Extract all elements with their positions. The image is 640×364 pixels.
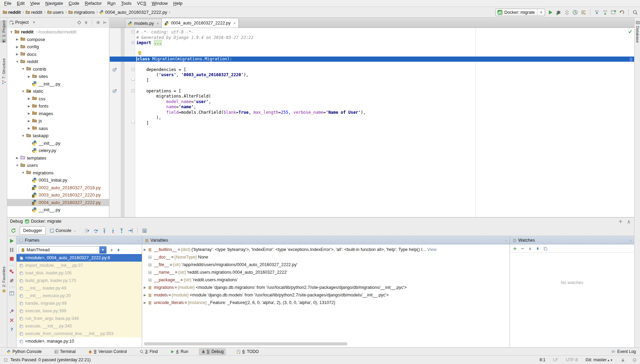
tree-expander-icon[interactable]: ▶ (27, 75, 31, 78)
tree-expander-icon[interactable]: ▶ (27, 119, 31, 123)
tool-stripe-favorites[interactable]: 2: Favorites (0, 266, 7, 293)
code-line[interactable]: ('users', '0003_auto_20160327_2220'), (110, 72, 634, 78)
toolwindow-button-python-console[interactable]: Python Console (5, 348, 43, 355)
tree-item-reddit[interactable]: ▼reddit (7, 58, 109, 65)
gear-icon[interactable] (96, 20, 100, 24)
breadcrumb-item[interactable]: 0004_auto_20160327_2222.py (99, 10, 167, 15)
tree-item--init-py[interactable]: __init__.py (7, 206, 109, 214)
tree-item-taskapp[interactable]: ▼taskapp (7, 132, 109, 140)
tree-expander-icon[interactable]: ▶ (27, 127, 31, 130)
tool-stripe-database[interactable]: Database (634, 20, 640, 43)
tree-expander-icon[interactable]: ▶ (27, 112, 31, 115)
variable-expander-icon[interactable]: ▶ (142, 248, 148, 251)
step-out-icon[interactable] (119, 228, 125, 233)
view-breakpoints-icon[interactable] (9, 269, 14, 274)
frame-row[interactable]: __init__, loader.py:49 (17, 284, 142, 292)
code-line[interactable]: dependencies = [ (110, 67, 634, 73)
frame-up-icon[interactable] (109, 248, 114, 252)
toolwindow-button-6-todo[interactable]: 6: TODO (235, 348, 260, 355)
menu-navigate[interactable]: Navigate (42, 1, 66, 6)
tree-item-sass[interactable]: ▶sass (7, 125, 109, 132)
vcs-down-icon[interactable]: VCS (594, 10, 600, 15)
tree-item-templates[interactable]: ▶templates (7, 154, 109, 162)
menu-refactor[interactable]: Refactor (82, 1, 105, 6)
menu-help[interactable]: Help (170, 1, 185, 6)
inspection-ok-icon[interactable] (628, 29, 632, 33)
tree-expander-icon[interactable]: ▼ (9, 30, 13, 34)
editor-tab-models-py[interactable]: models.py× (125, 19, 162, 28)
menu-code[interactable]: Code (66, 1, 82, 6)
tree-expander-icon[interactable]: ▶ (15, 156, 19, 160)
toolwindow-button-terminal[interactable]: Terminal (52, 348, 77, 355)
pause-icon[interactable] (9, 247, 14, 253)
variable-row[interactable]: 18__file__ = {str}'/app/reddit/users/mig… (142, 261, 510, 269)
code-line[interactable]: name='name', (110, 104, 634, 110)
debug-bug-icon[interactable] (556, 10, 561, 15)
status-message[interactable]: Tests Passed: 0 passed (yesterday 22:21) (10, 357, 91, 362)
help-icon[interactable]: ? (9, 326, 14, 332)
tree-expander-icon[interactable]: ▶ (27, 104, 31, 108)
breadcrumb-item[interactable]: reddit (26, 10, 42, 15)
menu-file[interactable]: File (1, 1, 14, 6)
tool-stripe-structure[interactable]: 7: Structure (0, 58, 7, 84)
variable-row[interactable]: ▶migrations = {module}<module 'django.db… (142, 284, 510, 291)
tree-item-js[interactable]: ▶js (7, 117, 109, 125)
editor-tab-0004-auto-20160327-2222-py[interactable]: 0004_auto_20160327_2222.py× (161, 18, 239, 28)
tree-item-sites[interactable]: ▶sites (7, 73, 109, 80)
frame-row[interactable]: run_from_argv, base.py:348 (17, 315, 142, 322)
code-line[interactable] (110, 83, 634, 89)
evaluate-expression-icon[interactable] (142, 228, 147, 233)
debug-tab-debugger[interactable]: Debugger (20, 226, 46, 235)
tree-item-users[interactable]: ▼users (7, 162, 109, 169)
tree-item-fonts[interactable]: ▶fonts (7, 102, 109, 110)
mute-breakpoints-icon[interactable] (9, 278, 14, 283)
tree-item-0003-auto-20160327-2220-py[interactable]: 0003_auto_20160327_2220.py (7, 191, 109, 199)
hide-left-icon[interactable] (103, 20, 107, 24)
menu-vcs[interactable]: VCS (134, 1, 149, 6)
code-line[interactable]: ), (110, 115, 634, 121)
frame-row[interactable]: <module>, manage.py:10 (17, 337, 142, 345)
tree-item--init-py[interactable]: __init__.py (7, 80, 109, 88)
code-line[interactable]: operations = [ (110, 89, 634, 94)
step-over-icon[interactable] (93, 228, 99, 233)
file-encoding[interactable]: UTF-8 (566, 357, 578, 362)
step-into-icon[interactable] (102, 228, 107, 233)
combo-arrow-icon[interactable]: ▼ (99, 246, 106, 253)
tasks-icon[interactable] (581, 10, 586, 15)
force-step-into-icon[interactable] (110, 228, 116, 233)
tree-item-celery-py[interactable]: celery.py (7, 147, 109, 154)
watch-remove-icon[interactable] (520, 246, 524, 251)
tab-close-icon[interactable]: × (234, 21, 236, 25)
menu-view[interactable]: View (27, 1, 42, 6)
show-execution-point-icon[interactable] (85, 228, 90, 233)
code-line[interactable] (110, 62, 634, 67)
variable-row[interactable]: ▶unicode_literals = {instance}_Feature: … (142, 299, 510, 306)
settings-gear-icon[interactable] (618, 219, 622, 223)
git-branch[interactable]: Git: master▲▼ (585, 357, 613, 362)
variable-row[interactable]: 18__package__ = {str}'reddit.users.migra… (142, 276, 510, 284)
scrollbar-current-line-marker[interactable] (629, 57, 633, 62)
menu-window[interactable]: Window (149, 1, 170, 6)
code-line-current[interactable]: class Migration(migrations.Migration): (110, 57, 634, 62)
tree-item-0001-initial-py[interactable]: 0001_initial.py (7, 176, 109, 184)
tree-item-migrations[interactable]: ▼migrations (7, 169, 109, 177)
tree-item-css[interactable]: ▶css (7, 95, 109, 103)
tree-item-images[interactable]: ▶images (7, 110, 109, 118)
tree-expander-icon[interactable]: ▼ (21, 171, 25, 174)
search-icon[interactable] (632, 10, 638, 15)
variable-row[interactable]: ▶__builtins__ = {dict}{'bytearray': <typ… (142, 246, 510, 253)
frame-row[interactable]: execute_from_command_line, __init__.py:3… (17, 330, 142, 337)
hector-inspections-icon[interactable] (632, 358, 637, 362)
panel-options-icon[interactable]: → (136, 238, 140, 242)
frame-row[interactable]: load_disk, loader.py:105 (17, 269, 142, 277)
crosshair-icon[interactable] (77, 20, 81, 24)
intention-bulb-icon[interactable] (137, 50, 142, 56)
tree-expander-icon[interactable]: ▶ (15, 45, 19, 49)
watch-move-down-icon[interactable] (535, 246, 540, 251)
tree-expander-icon[interactable]: ▶ (27, 97, 31, 100)
run-icon[interactable] (548, 10, 553, 15)
watch-duplicate-icon[interactable] (543, 246, 547, 251)
tree-item-0002-auto-20160327-2018-py[interactable]: 0002_auto_20160327_2018.py (7, 184, 109, 192)
code-line[interactable]: # -*- coding: utf-8 -*- (110, 30, 634, 35)
tree-expander-icon[interactable]: ▼ (21, 67, 25, 71)
